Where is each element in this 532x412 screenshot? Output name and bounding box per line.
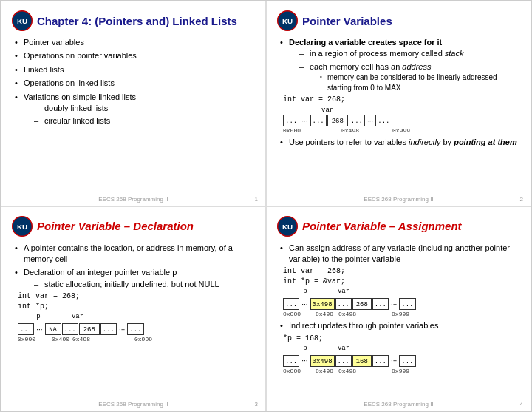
mc4a-1: ...	[283, 298, 299, 310]
slide-1-header: KU Chapter 4: (Pointers and) Linked List…	[12, 10, 255, 31]
sub-region: in a region of process memory called sta…	[299, 48, 520, 59]
slide-4-bullets: Can assign address of any variable (incl…	[277, 243, 520, 266]
mc4b-6: ...	[399, 355, 415, 367]
bullet-declaring: Declaring a variable creates space for i…	[280, 37, 520, 93]
slide-1-title: Chapter 4: (Pointers and) Linked Lists	[37, 15, 237, 27]
mem-row-3: ... ··· NA ... 268 ... ··· ...	[18, 323, 255, 335]
bullet-variations: Variations on simple linked lists doubly…	[15, 92, 255, 127]
mem-row-4a: ... ··· 0x498 ... 268 ... ··· ...	[283, 298, 520, 310]
bullet-pointer-vars: Pointer variables	[15, 37, 255, 48]
slide-4-bullets2: Indirect updates through pointer variabl…	[277, 320, 520, 331]
bullet-pointer-contains: A pointer contains the location, or addr…	[15, 243, 255, 266]
slide-3-mem-diagram: ... ··· NA ... 268 ... ··· ... 0x000 0x4…	[18, 323, 255, 342]
slide-2-footer: EECS 268 Programming II	[267, 196, 531, 203]
slide-4-mem1: ... ··· 0x498 ... 268 ... ··· ... 0x000 …	[283, 298, 520, 317]
mc3-4: 268	[79, 323, 100, 335]
svg-text:KU: KU	[282, 223, 293, 231]
mc4a-6: ...	[399, 298, 415, 310]
mc4a-4: 268	[352, 298, 372, 310]
md3-2: ···	[117, 325, 126, 334]
mem-row-1: ... ··· ... 268 ... ··· ...	[283, 115, 520, 126]
slide-4-code3: *p = 168;	[283, 334, 520, 342]
var-label-4a: var	[333, 288, 354, 295]
mc4b-4: 168	[352, 355, 372, 367]
mc4b-1: ...	[283, 355, 299, 367]
svg-text:KU: KU	[17, 223, 27, 231]
md1: ···	[300, 117, 309, 125]
pvar-labels-4a: p var	[283, 288, 520, 295]
mc3-2: NA	[45, 323, 61, 335]
mem-row-4b: ... ··· 0x498 ... 168 ... ··· ...	[283, 355, 520, 367]
slide-2-header: KU Pointer Variables	[277, 10, 520, 31]
slide-3-code1: int var = 268;	[18, 292, 255, 300]
mem-addr-4b: 0x000 0x490 0x498 0x999	[283, 368, 520, 374]
mc4a-2: 0x498	[310, 298, 335, 310]
ku-logo-1: KU	[12, 10, 33, 31]
ku-logo-2: KU	[277, 10, 298, 31]
md4a-1: ···	[300, 300, 309, 308]
subsub-address: memory can be considered to be linearly …	[310, 72, 520, 93]
slide-3-footer: EECS 268 Programming II	[1, 401, 265, 408]
md3-1: ···	[35, 325, 44, 334]
sub-static-alloc: static allocation; initially undefined, …	[34, 279, 255, 290]
slide-4: KU Pointer Variable – Assignment Can ass…	[266, 206, 531, 412]
slide-2-number: 2	[520, 196, 523, 203]
var-label-3: var	[66, 313, 89, 320]
sub-circular: circular linked lists	[34, 115, 255, 126]
p-label-4a: p	[296, 288, 314, 295]
var-label-4b: var	[333, 345, 354, 352]
slide-3-header: KU Pointer Variable – Declaration	[12, 216, 255, 237]
bullet-declaration: Declaration of an integer pointer variab…	[15, 267, 255, 290]
p-label: p	[31, 313, 46, 320]
slide-4-mem2: ... ··· 0x498 ... 168 ... ··· ... 0x000 …	[283, 355, 520, 374]
sub-declaring: in a region of process memory called sta…	[289, 48, 520, 93]
sub-bullets-variations: doubly linked lists circular linked list…	[24, 103, 255, 127]
md4a-2: ···	[389, 300, 398, 308]
slide-2-title: Pointer Variables	[302, 15, 392, 27]
slide-1-number: 1	[255, 196, 258, 203]
ku-logo-3: KU	[12, 216, 33, 237]
bullet-linked-lists: Linked lists	[15, 64, 255, 75]
var-label: var	[321, 107, 333, 114]
slide-3-title: Pointer Variable – Declaration	[37, 220, 194, 232]
mc4: ...	[349, 115, 365, 126]
mc3-1: ...	[18, 323, 34, 335]
bullet-use-pointers: Use pointers to refer to variables indir…	[280, 137, 520, 148]
md4b-2: ···	[389, 357, 398, 365]
slide-1-footer: EECS 268 Programming II	[1, 196, 265, 203]
slide-4-code2: int *p = &var;	[283, 277, 520, 286]
slide-4-footer: EECS 268 Programming II	[267, 401, 531, 408]
mc5: ...	[375, 115, 392, 126]
sub-doubly: doubly linked lists	[34, 103, 255, 114]
sub-static: static allocation; initially undefined, …	[24, 279, 255, 290]
slide-4-title: Pointer Variable – Assignment	[302, 220, 462, 232]
slide-2: KU Pointer Variables Declaring a variabl…	[266, 1, 531, 206]
mc4b-3: ...	[335, 355, 352, 367]
ku-logo-4: KU	[277, 216, 298, 237]
slide-1: KU Chapter 4: (Pointers and) Linked List…	[1, 1, 266, 206]
md2: ···	[366, 117, 375, 125]
mc3-6: ...	[127, 323, 143, 335]
mc3-5: ...	[100, 323, 117, 335]
slide-2-mem-diagram: var ... ··· ... 268 ... ··· ... 0x000 0x…	[283, 107, 520, 134]
pvar-labels: p var	[18, 313, 255, 320]
bullet-indirect-update: Indirect updates through pointer variabl…	[280, 320, 520, 331]
svg-text:KU: KU	[17, 17, 27, 25]
sub-address: each memory cell has an address memory c…	[299, 61, 520, 93]
bullet-ops-pointer: Operations on pointer variables	[15, 50, 255, 61]
svg-text:KU: KU	[282, 17, 293, 25]
slide-4-number: 4	[520, 401, 523, 408]
mc3: 268	[327, 115, 348, 126]
mc2: ...	[310, 115, 327, 126]
mem-addr-3: 0x000 0x490 0x498 0x999	[18, 336, 255, 342]
bullet-ops-linked: Operations on linked lists	[15, 78, 255, 89]
mc4a-5: ...	[372, 298, 389, 310]
slide-2-bullets: Declaring a variable creates space for i…	[277, 37, 520, 93]
mc1: ...	[283, 115, 299, 126]
slide-3-code2: int *p;	[18, 303, 255, 311]
pvar-labels-4b: p var	[283, 345, 520, 352]
mem-addr-1: 0x000 0x498 0x999	[283, 127, 520, 134]
slide-3: KU Pointer Variable – Declaration A poin…	[1, 206, 266, 412]
slide-2-bullets2: Use pointers to refer to variables indir…	[277, 137, 520, 148]
slide-3-number: 3	[255, 401, 258, 408]
